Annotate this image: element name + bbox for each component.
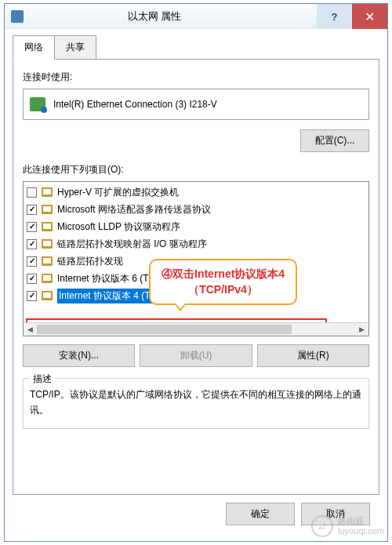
tab-sharing[interactable]: 共享	[55, 35, 96, 60]
ok-button[interactable]: 确定	[226, 503, 295, 525]
watermark-brand: 路由器	[338, 516, 384, 526]
adapter-box: Intel(R) Ethernet Connection (3) I218-V	[23, 89, 369, 120]
checkbox[interactable]	[27, 205, 37, 215]
checkbox[interactable]	[27, 291, 37, 301]
list-item[interactable]: Hyper-V 可扩展的虚拟交换机	[24, 183, 368, 201]
checkbox[interactable]	[27, 239, 37, 249]
watermark-icon: ⇄	[311, 515, 333, 537]
protocol-label: 链路层拓扑发现	[57, 255, 123, 268]
description-label: 描述	[30, 372, 55, 386]
callout-line2: （TCP/IPv4）	[162, 282, 285, 298]
tab-strip: 网络 共享	[13, 35, 379, 60]
protocol-icon	[42, 291, 53, 300]
item-buttons-row: 安装(N)... 卸载(U) 属性(R)	[23, 344, 369, 367]
protocol-icon	[42, 222, 53, 231]
protocol-icon	[42, 239, 53, 249]
protocol-icon	[42, 205, 53, 214]
protocol-icon	[42, 256, 53, 266]
scroll-left-button[interactable]: ◀	[24, 323, 37, 336]
tab-network[interactable]: 网络	[13, 35, 55, 60]
titlebar-buttons: ? ✕	[317, 4, 387, 29]
install-button[interactable]: 安装(N)...	[23, 344, 135, 367]
checkbox[interactable]	[27, 274, 37, 284]
items-label: 此连接使用下列项目(O):	[23, 163, 369, 176]
protocol-icon	[42, 187, 53, 197]
watermark-text: 路由器 luyouqi.com	[338, 516, 384, 536]
close-button[interactable]: ✕	[352, 4, 387, 29]
configure-row: 配置(C)...	[23, 129, 369, 152]
uninstall-button: 卸载(U)	[140, 344, 252, 367]
network-adapter-icon	[30, 97, 45, 111]
description-fieldset: 描述 TCP/IP。该协议是默认的广域网络协议，它提供在不同的相互连接的网络上的…	[23, 378, 369, 429]
titlebar[interactable]: 以太网 属性 ? ✕	[5, 4, 387, 29]
horizontal-scrollbar[interactable]: ◀ ▶	[24, 322, 368, 336]
annotation-callout: ④双击Internet协议版本4 （TCP/IPv4）	[149, 259, 297, 305]
checkbox[interactable]	[27, 187, 37, 198]
scroll-track[interactable]	[37, 323, 355, 336]
window-icon	[11, 10, 24, 23]
protocol-label: 链路层拓扑发现映射器 I/O 驱动程序	[57, 238, 207, 251]
watermark: ⇄ 路由器 luyouqi.com	[311, 515, 384, 537]
protocol-label: Microsoft LLDP 协议驱动程序	[57, 220, 180, 234]
protocol-label: Hyper-V 可扩展的虚拟交换机	[57, 186, 179, 199]
callout-line1: ④双击Internet协议版本4	[162, 267, 285, 282]
adapter-name: Intel(R) Ethernet Connection (3) I218-V	[53, 99, 217, 110]
checkbox[interactable]	[27, 256, 37, 267]
list-item[interactable]: Microsoft 网络适配器多路传送器协议	[24, 201, 368, 218]
connect-with-label: 连接时使用:	[23, 71, 369, 84]
checkbox[interactable]	[27, 222, 37, 232]
list-item[interactable]: 链路层拓扑发现映射器 I/O 驱动程序	[24, 235, 368, 253]
protocol-label: Microsoft 网络适配器多路传送器协议	[57, 203, 211, 216]
help-button[interactable]: ?	[317, 4, 352, 29]
scroll-thumb[interactable]	[37, 325, 292, 334]
window-title: 以太网 属性	[24, 9, 317, 24]
list-item[interactable]: Microsoft LLDP 协议驱动程序	[24, 218, 368, 235]
properties-button[interactable]: 属性(R)	[257, 344, 369, 367]
protocol-icon	[42, 274, 53, 283]
watermark-url: luyouqi.com	[338, 526, 384, 536]
scroll-right-button[interactable]: ▶	[355, 323, 368, 336]
description-text: TCP/IP。该协议是默认的广域网络协议，它提供在不同的相互连接的网络上的通讯。	[30, 387, 362, 419]
configure-button[interactable]: 配置(C)...	[300, 129, 369, 152]
